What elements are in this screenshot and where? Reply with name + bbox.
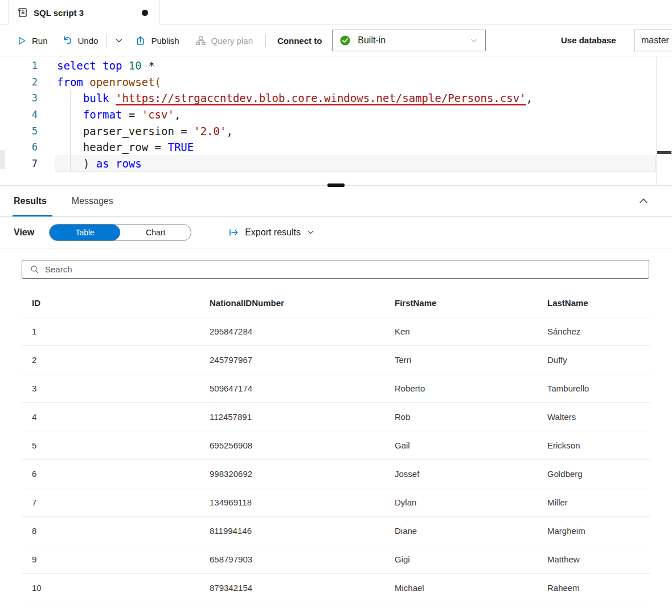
- code-text: from openrowset(: [57, 74, 161, 91]
- table-cell: 1: [22, 327, 210, 336]
- table-row[interactable]: 1295847284KenSánchez: [22, 317, 650, 346]
- undo-button[interactable]: Undo: [62, 33, 100, 48]
- table-row[interactable]: 4112457891RobWalters: [22, 403, 650, 431]
- code-line[interactable]: 7 ) as rows: [0, 156, 672, 172]
- tab-sql-script[interactable]: SQL script 3: [8, 0, 160, 25]
- export-results-button[interactable]: Export results: [228, 227, 315, 238]
- table-cell: Duffy: [547, 355, 650, 365]
- table-cell: 879342154: [210, 583, 395, 593]
- gutter-strip: [0, 150, 5, 169]
- code-text: bulk 'https://strgaccntdev.blob.core.win…: [57, 90, 532, 107]
- table-cell: Ken: [395, 327, 547, 336]
- code-line[interactable]: 5 parser_version = '2.0',: [0, 123, 672, 140]
- table-row[interactable]: 5695256908GailErickson: [22, 431, 650, 460]
- table-cell: 2: [22, 355, 210, 365]
- magnifier-icon: [30, 264, 39, 274]
- search-input[interactable]: [45, 264, 641, 274]
- line-number: 6: [0, 139, 38, 156]
- grid-header-row: IDNationalIDNumberFirstNameLastName: [22, 289, 650, 317]
- table-row[interactable]: 8811994146DianeMargheim: [22, 517, 650, 545]
- code-text: select top 10 *: [57, 58, 155, 74]
- table-cell: Erickson: [547, 440, 650, 450]
- run-label: Run: [32, 36, 48, 46]
- column-header: LastName: [547, 298, 650, 308]
- sql-editor[interactable]: 1select top 10 *2from openrowset(3 bulk …: [0, 56, 672, 185]
- table-row[interactable]: 3509647174RobertoTamburello: [22, 374, 650, 403]
- publish-button[interactable]: Publish: [134, 33, 180, 48]
- code-line[interactable]: 4 format = 'csv',: [0, 107, 672, 123]
- results-tab-label: Results: [14, 196, 47, 206]
- code-line[interactable]: 2from openrowset(: [0, 74, 672, 91]
- table-cell: 8: [22, 526, 210, 536]
- undo-label: Undo: [78, 36, 99, 46]
- more-actions-button[interactable]: [113, 34, 125, 47]
- table-cell: Terri: [395, 355, 547, 365]
- code-line[interactable]: 6 header_row = TRUE: [0, 139, 672, 156]
- table-row[interactable]: 9658797903GigiMatthew: [22, 545, 650, 574]
- table-cell: 7: [22, 497, 210, 507]
- table-cell: 695256908: [210, 440, 395, 450]
- query-plan-button[interactable]: Query plan: [194, 33, 254, 48]
- tab-bar: SQL script 3: [0, 0, 672, 25]
- table-cell: 245797967: [210, 355, 395, 365]
- table-cell: Rob: [395, 412, 547, 422]
- check-circle-icon: [339, 35, 351, 46]
- play-icon: [17, 36, 27, 46]
- tab-results[interactable]: Results: [14, 186, 47, 216]
- results-grid: IDNationalIDNumberFirstNameLastName 1295…: [22, 289, 650, 602]
- line-number: 5: [0, 123, 38, 140]
- table-cell: 811994146: [210, 526, 395, 536]
- table-cell: Gigi: [395, 554, 547, 564]
- use-database-label: Use database: [561, 35, 616, 45]
- table-cell: 5: [22, 440, 210, 450]
- query-plan-label: Query plan: [211, 36, 253, 46]
- table-cell: 134969118: [210, 497, 395, 507]
- table-toggle-label: Table: [75, 228, 94, 237]
- editor-scrollbar-thumb[interactable]: [657, 151, 671, 154]
- table-cell: Raheem: [547, 583, 650, 593]
- connection-dropdown[interactable]: Built-in: [332, 30, 486, 51]
- table-cell: Michael: [395, 583, 547, 593]
- table-cell: 658797903: [210, 554, 395, 564]
- table-cell: Goldberg: [547, 469, 650, 479]
- script-icon: [17, 7, 28, 18]
- database-dropdown[interactable]: master: [634, 30, 672, 51]
- toolbar: Run Undo Publish: [0, 25, 672, 56]
- column-header: FirstName: [395, 298, 547, 308]
- collapse-panel-button[interactable]: [637, 194, 650, 208]
- run-button[interactable]: Run: [16, 34, 49, 48]
- view-toggle-chart[interactable]: Chart: [120, 225, 191, 240]
- line-number: 4: [0, 107, 38, 123]
- table-cell: Roberto: [395, 384, 547, 393]
- code-line[interactable]: 3 bulk 'https://strgaccntdev.blob.core.w…: [0, 90, 672, 107]
- table-row[interactable]: 2245797967TerriDuffy: [22, 346, 650, 374]
- table-cell: Matthew: [547, 554, 650, 564]
- table-row[interactable]: 7134969118DylanMiller: [22, 488, 650, 517]
- table-row[interactable]: 6998320692JossefGoldberg: [22, 460, 650, 488]
- code-line[interactable]: 1select top 10 *: [0, 58, 672, 74]
- table-cell: Sánchez: [547, 327, 650, 336]
- table-cell: Tamburello: [547, 384, 650, 393]
- table-cell: 3: [22, 384, 210, 393]
- table-cell: Dylan: [395, 497, 547, 507]
- view-toggle-table[interactable]: Table: [50, 225, 120, 240]
- org-chart-icon: [195, 35, 206, 46]
- table-row[interactable]: 10879342154MichaelRaheem: [22, 574, 650, 602]
- chevron-down-icon: [469, 36, 478, 45]
- table-cell: Jossef: [395, 469, 547, 479]
- chart-toggle-label: Chart: [146, 228, 165, 237]
- code-text: ) as rows: [57, 156, 142, 172]
- messages-tab-label: Messages: [72, 196, 113, 206]
- connect-to-label: Connect to: [277, 36, 322, 46]
- tab-messages[interactable]: Messages: [72, 186, 113, 216]
- search-box: [22, 260, 649, 279]
- table-cell: Miller: [547, 497, 650, 507]
- table-cell: 509647174: [210, 384, 395, 393]
- results-tab-bar: Results Messages: [0, 186, 672, 217]
- line-number: 2: [0, 74, 38, 91]
- editor-scrollbar-track: [656, 56, 657, 185]
- table-cell: Walters: [547, 412, 650, 422]
- line-number: 1: [0, 58, 38, 74]
- view-controls: View Table Chart Export results: [0, 217, 672, 248]
- table-cell: Diane: [395, 526, 547, 536]
